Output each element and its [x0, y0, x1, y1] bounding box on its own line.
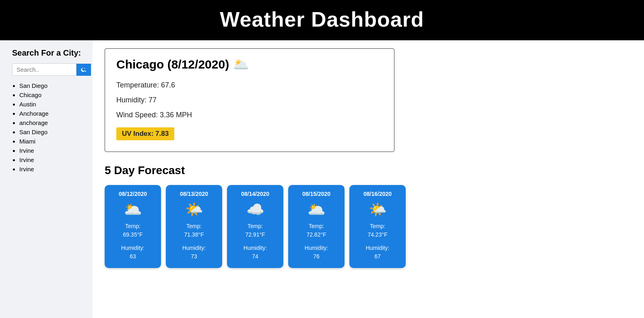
forecast-card-icon: 🌤️ [170, 201, 218, 218]
forecast-card-temp: Temp:72.91°F [231, 222, 279, 239]
forecast-card-date: 08/16/2020 [353, 191, 402, 197]
page-title: Weather Dashboard [220, 8, 424, 31]
city-list: San DiegoChicagoAustinAnchorageanchorage… [12, 82, 85, 173]
sidebar: Search For a City: San DiegoChicagoAusti… [0, 40, 93, 318]
forecast-card-temp: Temp:72.82°F [292, 222, 341, 239]
forecast-card-humidity: Humidity:67 [353, 244, 402, 261]
city-list-item[interactable]: Irvine [19, 147, 85, 154]
forecast-title: 5 Day Forecast [105, 164, 632, 177]
city-list-item[interactable]: Irvine [19, 166, 85, 173]
forecast-day-card: 08/13/2020 🌤️ Temp:71.38°F Humidity:73 [166, 185, 222, 268]
forecast-card-temp: Temp:71.38°F [170, 222, 218, 239]
forecast-card-date: 08/14/2020 [231, 191, 279, 197]
forecast-card-date: 08/12/2020 [109, 191, 157, 197]
forecast-card-temp: Temp:74.23°F [353, 222, 402, 239]
city-list-item[interactable]: Miami [19, 138, 85, 145]
city-list-item[interactable]: Irvine [19, 156, 85, 163]
forecast-card-icon: ☁️ [231, 201, 279, 218]
forecast-card-icon: 🌥️ [292, 201, 341, 218]
forecast-card-icon: 🌤️ [353, 201, 402, 218]
temperature-detail: Temperature: 67.6 [116, 81, 383, 89]
forecast-card-date: 08/15/2020 [292, 191, 341, 197]
city-list-item[interactable]: San Diego [19, 82, 85, 89]
sidebar-search-title: Search For a City: [12, 48, 85, 58]
current-weather-card: Chicago (8/12/2020) 🌥️ Temperature: 67.6… [105, 48, 394, 152]
forecast-day-card: 08/12/2020 🌥️ Temp:69.35°F Humidity:63 [105, 185, 161, 268]
uv-badge-container: UV Index: 7.83 [116, 126, 383, 140]
forecast-card-humidity: Humidity:74 [231, 244, 279, 261]
forecast-card-humidity: Humidity:63 [109, 244, 157, 261]
city-list-item[interactable]: anchorage [19, 119, 85, 126]
forecast-day-card: 08/16/2020 🌤️ Temp:74.23°F Humidity:67 [349, 185, 406, 268]
search-input[interactable] [12, 63, 76, 76]
current-city-title: Chicago (8/12/2020) 🌥️ [116, 57, 383, 72]
forecast-card-humidity: Humidity:73 [170, 244, 218, 261]
forecast-day-card: 08/14/2020 ☁️ Temp:72.91°F Humidity:74 [227, 185, 283, 268]
humidity-detail: Humidity: 77 [116, 96, 383, 104]
forecast-cards: 08/12/2020 🌥️ Temp:69.35°F Humidity:63 0… [105, 185, 632, 268]
city-list-item[interactable]: San Diego [19, 129, 85, 135]
city-list-item[interactable]: Chicago [19, 91, 85, 98]
forecast-card-temp: Temp:69.35°F [109, 222, 157, 239]
search-icon [80, 67, 87, 73]
uv-index-badge: UV Index: 7.83 [116, 127, 174, 140]
main-layout: Search For a City: San DiegoChicagoAusti… [0, 40, 644, 318]
content-area: Chicago (8/12/2020) 🌥️ Temperature: 67.6… [93, 40, 644, 318]
page-header: Weather Dashboard [0, 0, 644, 40]
search-row [12, 63, 85, 76]
forecast-card-humidity: Humidity:76 [292, 244, 341, 261]
forecast-card-icon: 🌥️ [109, 201, 157, 218]
forecast-section: 5 Day Forecast 08/12/2020 🌥️ Temp:69.35°… [105, 164, 632, 268]
city-date-label: Chicago (8/12/2020) [116, 58, 229, 71]
current-weather-icon: 🌥️ [233, 57, 249, 72]
wind-detail: Wind Speed: 3.36 MPH [116, 111, 383, 119]
search-button[interactable] [76, 64, 91, 76]
forecast-day-card: 08/15/2020 🌥️ Temp:72.82°F Humidity:76 [288, 185, 345, 268]
forecast-card-date: 08/13/2020 [170, 191, 218, 197]
city-list-item[interactable]: Anchorage [19, 110, 85, 117]
city-list-item[interactable]: Austin [19, 101, 85, 108]
